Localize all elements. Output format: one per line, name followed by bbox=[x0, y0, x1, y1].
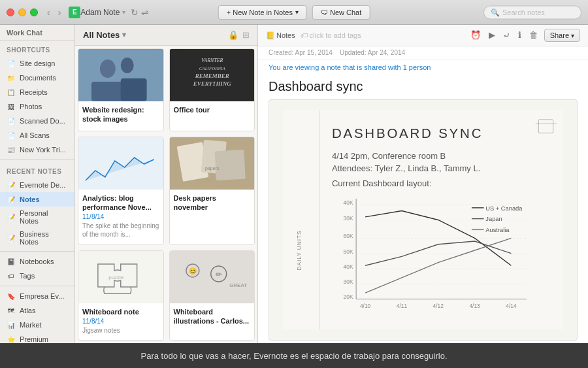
note-thumb-whiteboard2: 😊 ✏ GREAT bbox=[170, 251, 255, 303]
svg-text:40K: 40K bbox=[344, 263, 353, 270]
svg-text:papers: papers bbox=[205, 166, 220, 171]
svg-rect-4 bbox=[121, 78, 147, 101]
shared-person-link[interactable]: 1 person bbox=[403, 63, 431, 71]
tags-icon: 🏷 bbox=[7, 271, 16, 280]
reminder-icon[interactable]: ⏰ bbox=[469, 29, 482, 42]
present-icon[interactable]: ▶ bbox=[487, 29, 497, 42]
tags-field[interactable]: 🏷 click to add tags bbox=[301, 31, 361, 39]
note-icon: 📝 bbox=[7, 180, 16, 190]
note-card-title-whiteboard2: Whiteboard illustrations - Carlos... bbox=[174, 307, 251, 326]
note-card-title-redesign: Website redesign: stock images bbox=[82, 105, 159, 124]
sidebar-item-tags[interactable]: 🏷 Tags bbox=[0, 269, 74, 283]
note-thumb-desk: papers bbox=[170, 137, 255, 190]
window-controls bbox=[7, 8, 38, 16]
whiteboard-svg: puzzle bbox=[78, 251, 163, 303]
note-card-excerpt-analytics: The spike at the beginning of the month … bbox=[82, 222, 159, 239]
notes-list-header: All Notes ▾ 🔒 ⊞ bbox=[75, 25, 257, 46]
note-thumb-analytics bbox=[78, 137, 163, 190]
sidebar-item-site-design[interactable]: 📄 Site design bbox=[0, 56, 74, 71]
sidebar-item-nytimes[interactable]: 📰 New York Tri... bbox=[0, 142, 74, 157]
sidebar-item-scanned[interactable]: 📄 Scanned Do... bbox=[0, 114, 74, 128]
note-card-title-whiteboard: Whiteboard note bbox=[82, 307, 159, 316]
svg-text:60K: 60K bbox=[344, 233, 353, 239]
sidebar-item-atlas[interactable]: 🗺 Atlas bbox=[0, 303, 74, 318]
svg-text:30K: 30K bbox=[344, 215, 353, 222]
svg-text:50K: 50K bbox=[344, 248, 353, 255]
sidebar-item-notes[interactable]: 📝 Notes bbox=[0, 192, 74, 207]
handwritten-svg: DASHBOARD SYNC 4/14 2pm, Conference room… bbox=[280, 110, 566, 329]
note-thumb-whiteboard: puzzle bbox=[78, 251, 163, 303]
note-card-subtitle-whiteboard: 11/8/14 bbox=[82, 318, 159, 325]
trash-icon[interactable]: 🗑 bbox=[528, 29, 539, 42]
note-card-excerpt-whiteboard: Jigsaw notes bbox=[82, 326, 159, 335]
lock-icon: 🔒 bbox=[228, 30, 238, 40]
forward-arrow[interactable]: › bbox=[56, 6, 64, 19]
analytics-svg bbox=[82, 148, 159, 187]
titlebar-center-controls: + New Note in Notes ▾ 🗨 New Chat bbox=[218, 5, 370, 20]
svg-text:4/11: 4/11 bbox=[397, 303, 408, 309]
grid-view-icon[interactable]: ⊞ bbox=[242, 30, 250, 40]
svg-text:4/12: 4/12 bbox=[433, 303, 444, 309]
sidebar-item-personal-notes[interactable]: 📝 Personal Notes bbox=[0, 207, 74, 227]
receipt-icon: 📋 bbox=[7, 88, 16, 97]
svg-text:EVERYTHING: EVERYTHING bbox=[192, 80, 231, 87]
shortcuts-header: SHORTCUTS bbox=[0, 41, 74, 56]
note-content: 📒 Notes 🏷 click to add tags ⏰ ▶ ⤾ ℹ 🗑 Sh… bbox=[258, 25, 588, 343]
svg-text:GREAT: GREAT bbox=[229, 282, 247, 288]
sidebar-item-evernote-de[interactable]: 📝 Evernote De... bbox=[0, 178, 74, 192]
svg-text:VARNTER: VARNTER bbox=[201, 58, 223, 63]
svg-text:😊: 😊 bbox=[188, 267, 197, 275]
minimize-button[interactable] bbox=[18, 8, 26, 16]
note-card-analytics[interactable]: Analytics: blog performance Nove... 11/8… bbox=[78, 137, 164, 245]
sidebar-item-notebooks[interactable]: 📓 Notebooks bbox=[0, 254, 74, 269]
sidebar-item-premium[interactable]: ⭐ Premium bbox=[0, 332, 74, 343]
info-icon[interactable]: ℹ bbox=[517, 29, 523, 42]
sidebar-item-photos[interactable]: 🖼 Photos bbox=[0, 99, 74, 114]
note-card-office[interactable]: VARNTER CALIFORNIA REMEMBER EVERYTHING O… bbox=[169, 48, 255, 131]
search-box[interactable]: 🔍 Search notes bbox=[483, 5, 581, 19]
sidebar-item-market[interactable]: 📊 Market bbox=[0, 318, 74, 332]
note-title[interactable]: Dashboard sync bbox=[258, 75, 588, 97]
back-arrow[interactable]: ‹ bbox=[44, 6, 53, 19]
note-card-content-desk: Desk papers november bbox=[170, 190, 255, 218]
svg-text:4/14  2pm, Conference room B: 4/14 2pm, Conference room B bbox=[332, 151, 446, 161]
svg-text:CALIFORNIA: CALIFORNIA bbox=[199, 66, 225, 71]
bottom-bar-text: Para todo lo que vas a hacer, Evernote e… bbox=[140, 351, 447, 361]
toolbar-icons: ⏰ ▶ ⤾ ℹ 🗑 Share ▾ bbox=[469, 29, 580, 42]
titlebar: ‹ › E Adam Note ▾ ↻ ⇌ + New Note in Note… bbox=[0, 0, 588, 25]
note-card-content-redesign: Website redesign: stock images bbox=[78, 101, 163, 129]
sidebar-item-business-notes[interactable]: 📝 Business Notes bbox=[0, 227, 74, 248]
svg-rect-3 bbox=[91, 82, 124, 101]
notebook-label: 📒 Notes bbox=[266, 31, 295, 40]
rotate-icon[interactable]: ⤾ bbox=[502, 29, 512, 42]
note-thumb-redesign bbox=[78, 49, 163, 101]
note-card-whiteboard[interactable]: puzzle Whiteboard note 11/8/14 Jigsaw no… bbox=[78, 250, 164, 341]
refresh-icon[interactable]: ↻ bbox=[131, 7, 139, 18]
note-meta: Created: Apr 15, 2014 Updated: Apr 24, 2… bbox=[258, 46, 588, 59]
note-card-desk[interactable]: papers Desk papers november bbox=[169, 137, 255, 245]
new-chat-button[interactable]: 🗨 New Chat bbox=[312, 5, 370, 20]
sidebar-item-documents[interactable]: 📁 Documents bbox=[0, 71, 74, 85]
maximize-button[interactable] bbox=[30, 8, 38, 16]
sidebar-item-empresa[interactable]: 🔖 Empresa Ev... bbox=[0, 289, 74, 303]
sync-icon[interactable]: ⇌ bbox=[141, 7, 149, 18]
svg-text:DAILY UNITS: DAILY UNITS bbox=[296, 231, 302, 271]
sidebar-divider-2 bbox=[0, 251, 74, 252]
note-card-redesign[interactable]: Website redesign: stock images bbox=[78, 48, 164, 131]
newspaper-icon: 📰 bbox=[7, 145, 16, 154]
new-note-button[interactable]: + New Note in Notes ▾ bbox=[218, 5, 307, 20]
folder-icon: 📁 bbox=[7, 73, 16, 82]
sidebar-item-all-scans[interactable]: 📄 All Scans bbox=[0, 128, 74, 142]
svg-point-1 bbox=[100, 59, 116, 78]
recent-notes-header: RECENT NOTES bbox=[0, 163, 74, 178]
sidebar-item-receipts[interactable]: 📋 Receipts bbox=[0, 85, 74, 99]
scan2-icon: 📄 bbox=[7, 131, 16, 140]
close-button[interactable] bbox=[7, 8, 14, 16]
svg-rect-17 bbox=[170, 251, 255, 303]
note-card-whiteboard2[interactable]: 😊 ✏ GREAT Whiteboard illustrations - Car… bbox=[169, 250, 255, 341]
share-button[interactable]: Share ▾ bbox=[544, 29, 580, 42]
tag-icon: 🏷 bbox=[301, 31, 308, 39]
note-card-subtitle-analytics: 11/8/14 bbox=[82, 213, 159, 220]
svg-text:REMEMBER: REMEMBER bbox=[194, 73, 229, 79]
svg-rect-13 bbox=[214, 150, 245, 180]
